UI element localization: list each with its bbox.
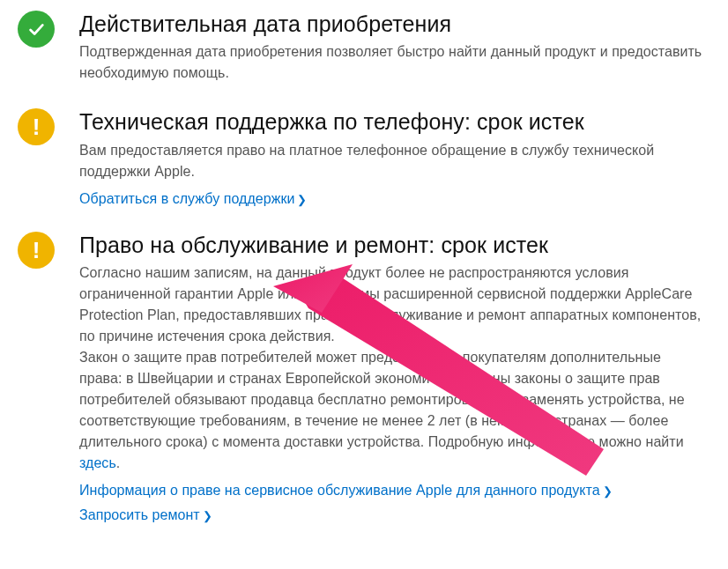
section-title: Право на обслуживание и ремонт: срок ист… <box>79 232 703 259</box>
content-column: Право на обслуживание и ремонт: срок ист… <box>79 232 712 523</box>
coverage-section-phone-support: ! Техническая поддержка по телефону: сро… <box>16 108 712 206</box>
link-label: Обратиться в службу поддержки <box>79 191 294 206</box>
chevron-right-icon: ❯ <box>203 509 212 522</box>
section-body: Вам предоставляется право на платное тел… <box>79 140 703 182</box>
service-coverage-info-link[interactable]: Информация о праве на сервисное обслужив… <box>79 483 613 499</box>
icon-column: ! <box>16 232 79 269</box>
coverage-section-purchase-date: Действительная дата приобретения Подтвер… <box>16 11 712 84</box>
section-body-p2: Закон о защите прав потребителей может п… <box>79 347 703 474</box>
section-title: Техническая поддержка по телефону: срок … <box>79 108 703 136</box>
icon-column <box>16 11 79 48</box>
section-body: Подтвержденная дата приобретения позволя… <box>79 41 703 84</box>
contact-support-link[interactable]: Обратиться в службу поддержки❯ <box>79 191 308 207</box>
link-label: Информация о праве на сервисное обслужив… <box>79 483 600 498</box>
request-repair-link[interactable]: Запросить ремонт❯ <box>79 507 212 523</box>
chevron-right-icon: ❯ <box>297 193 307 206</box>
icon-column: ! <box>16 108 79 145</box>
coverage-section-repairs: ! Право на обслуживание и ремонт: срок и… <box>16 232 712 523</box>
content-column: Техническая поддержка по телефону: срок … <box>79 108 712 206</box>
exclaim-icon: ! <box>18 232 55 269</box>
chevron-right-icon: ❯ <box>603 484 613 498</box>
link-label: Запросить ремонт <box>79 507 200 522</box>
section-title: Действительная дата приобретения <box>79 11 703 38</box>
exclaim-icon: ! <box>18 108 55 145</box>
check-icon <box>18 11 55 48</box>
body-text: . <box>116 455 121 470</box>
section-body-p1: Согласно нашим записям, на данный продук… <box>79 262 703 347</box>
body-text: Закон о защите прав потребителей может п… <box>79 350 685 449</box>
content-column: Действительная дата приобретения Подтвер… <box>79 11 712 84</box>
here-link[interactable]: здесь <box>79 455 116 470</box>
